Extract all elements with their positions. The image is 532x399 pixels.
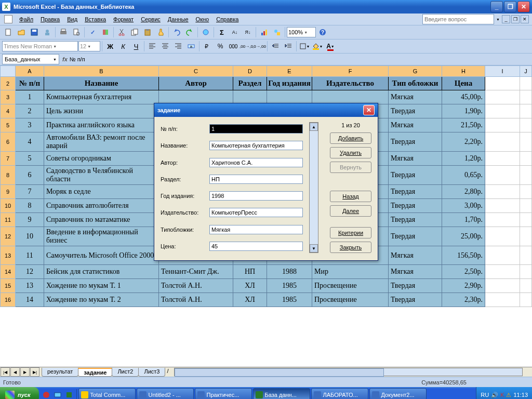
fx-icon[interactable]: fx [62, 56, 68, 62]
cell[interactable]: Толстой А.Н. [159, 279, 233, 293]
dialog-button-добавить[interactable]: Добавить [330, 132, 371, 144]
cell[interactable]: Советы огородникам [44, 152, 159, 166]
font-color-icon[interactable]: A▼ [324, 40, 337, 52]
cell[interactable]: 13 [16, 279, 44, 293]
row-header-10[interactable]: 10 [1, 199, 16, 213]
quick-desktop-icon[interactable] [52, 389, 63, 399]
taskbar-task[interactable]: ЛАБОРАТО... [311, 388, 368, 399]
cell[interactable]: 1985 [267, 293, 312, 307]
save-icon[interactable] [28, 26, 41, 38]
cell[interactable] [159, 90, 233, 104]
doc-restore-button[interactable]: ❐ [511, 15, 520, 23]
row-header-11[interactable]: 11 [1, 213, 16, 227]
cell[interactable]: Твердая [389, 199, 442, 213]
autosum-icon[interactable]: Σ [216, 26, 228, 38]
undo-icon[interactable] [170, 26, 183, 38]
cell[interactable]: 9 [16, 213, 44, 227]
dialog-button-далее[interactable]: Далее [330, 205, 371, 217]
taskbar-task[interactable]: Untitled2 - ... [137, 388, 194, 399]
cell[interactable]: Хождение по мукам Т. 2 [44, 293, 159, 307]
menu-справка[interactable]: Справка [212, 15, 242, 23]
dialog-button-закрыть[interactable]: Закрыть [330, 242, 371, 253]
help-icon[interactable]: ? [316, 26, 329, 38]
col-header-C[interactable]: C [159, 66, 233, 77]
form-field-0[interactable] [209, 124, 303, 134]
cell[interactable]: Цель жизни [44, 104, 159, 118]
format-painter-icon[interactable] [154, 26, 167, 38]
tray-language[interactable]: RU [481, 392, 489, 398]
cell[interactable] [267, 90, 312, 104]
form-field-7[interactable] [209, 242, 303, 251]
form-field-3[interactable] [209, 175, 303, 184]
bold-icon[interactable]: Ж [104, 40, 116, 52]
taskbar-task[interactable]: Total Comm... [78, 388, 136, 399]
row-header-14[interactable]: 14 [1, 265, 16, 279]
cell[interactable]: Твердая [389, 227, 442, 246]
percent-icon[interactable]: % [214, 40, 227, 52]
fontsize-combo[interactable]: 12▼ [78, 41, 100, 51]
menu-вставка[interactable]: Вставка [81, 15, 110, 23]
row-header-5[interactable]: 5 [1, 118, 16, 132]
cell[interactable]: 8 [16, 199, 44, 213]
row-header-4[interactable]: 4 [1, 104, 16, 118]
quick-opera-icon[interactable] [41, 389, 51, 399]
tab-next-button[interactable]: ▶ [20, 367, 30, 377]
cell[interactable]: Автомобили ВАЗ: ремонт после аварий [44, 132, 159, 152]
research-icon[interactable] [99, 26, 112, 38]
cell[interactable]: 45,00р. [442, 90, 485, 104]
cell[interactable]: 25,00р. [442, 227, 485, 246]
cell[interactable]: Компьютерная бухгалтерия [44, 90, 159, 104]
row-header-12[interactable]: 12 [1, 227, 16, 246]
sort-asc-icon[interactable]: А↓ [229, 26, 241, 38]
cell[interactable]: ХЛ [233, 279, 267, 293]
sheet-tab-Лист2[interactable]: Лист2 [112, 368, 139, 377]
cell[interactable]: 2,50р. [442, 265, 485, 279]
align-right-icon[interactable] [172, 40, 184, 52]
comma-icon[interactable]: 000 [227, 40, 240, 52]
cell[interactable]: Мягкая [389, 265, 442, 279]
cut-icon[interactable] [115, 26, 128, 38]
dialog-close-button[interactable]: ✕ [363, 105, 375, 115]
print-preview-icon[interactable] [70, 26, 83, 38]
select-all-corner[interactable] [1, 66, 16, 77]
tray-volume-icon[interactable]: 🔊 [491, 392, 498, 398]
start-button[interactable]: пуск [0, 387, 39, 399]
drawing-icon[interactable] [271, 26, 283, 38]
cell[interactable]: 3,00р. [442, 199, 485, 213]
cell[interactable]: Твердая [389, 185, 442, 199]
col-header-J[interactable]: J [520, 66, 532, 77]
cell[interactable]: 14 [16, 293, 44, 307]
sheet-tab-результат[interactable]: результат [42, 368, 78, 377]
doc-minimize-button[interactable]: _ [502, 15, 510, 23]
increase-decimal-icon[interactable]: ,00→,0 [240, 40, 252, 52]
row-header-9[interactable]: 9 [1, 185, 16, 199]
row-header-8[interactable]: 8 [1, 166, 16, 185]
cell[interactable]: 21,50р. [442, 118, 485, 132]
cell[interactable]: 1,70р. [442, 213, 485, 227]
chart-wizard-icon[interactable] [258, 26, 270, 38]
cell[interactable]: Справочник автолюбителя [44, 199, 159, 213]
merge-center-icon[interactable]: a [185, 40, 197, 52]
cell[interactable]: Твердая [389, 104, 442, 118]
cell[interactable]: Мягкая [389, 90, 442, 104]
cell[interactable]: 1985 [267, 279, 312, 293]
sort-desc-icon[interactable]: Я↓ [242, 26, 254, 38]
cell[interactable]: Мягкая [389, 152, 442, 166]
tray-av-icon[interactable]: K [500, 392, 504, 398]
redo-icon[interactable] [183, 26, 196, 38]
sheet-tab-задание[interactable]: задание [78, 368, 112, 377]
menu-вид[interactable]: Вид [63, 15, 81, 23]
cell[interactable]: 5 [16, 152, 44, 166]
new-icon[interactable] [2, 26, 15, 38]
zoom-combo[interactable]: 100%▼ [287, 27, 316, 37]
cell[interactable]: 156,50р. [442, 246, 485, 265]
currency-icon[interactable]: ₽ [201, 40, 214, 52]
decrease-decimal-icon[interactable]: ,0→,00 [253, 40, 265, 52]
dialog-button-удалить[interactable]: Удалить [330, 147, 371, 158]
tab-last-button[interactable]: ▶| [30, 367, 39, 377]
menu-правка[interactable]: Правка [37, 15, 63, 23]
cell[interactable]: Садоводство в Челябинской области [44, 166, 159, 185]
row-header-6[interactable]: 6 [1, 132, 16, 152]
col-header-F[interactable]: F [312, 66, 389, 77]
horizontal-scrollbar[interactable] [174, 368, 523, 376]
